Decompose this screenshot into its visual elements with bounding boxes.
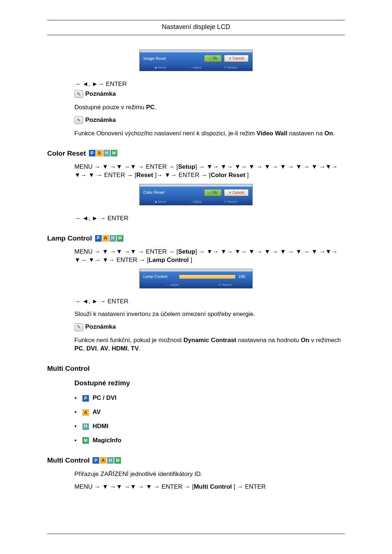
mode-tag-a: A (102, 235, 109, 242)
osd-label: Lamp Control (143, 274, 176, 279)
osd-cancel-button[interactable]: Cancel (224, 55, 249, 62)
osd-foot-move: ◆ Move (155, 65, 166, 70)
list-item: A AV (74, 408, 345, 416)
mode-tag-m: M (114, 457, 121, 464)
multi-control-description: Přiřazuje ZAŘÍZENÍ jednotlivé identifiká… (74, 470, 345, 479)
nav-sequence: → ◄, ► → ENTER (74, 214, 345, 223)
section-multi-control-detail: Multi Control P A H M (47, 456, 345, 465)
mode-tag-p: P (82, 395, 89, 402)
lamp-control-menu-path: MENU → ▼ →▼ →▼ → ENTER → [Setup] → ▼→ ▼→… (74, 248, 345, 264)
list-item: P PC / DVI (74, 394, 345, 402)
available-modes-heading: Dostupné režimy (74, 378, 345, 388)
osd-label: Image Reset (143, 56, 202, 61)
osd-image-reset: Image Reset Ok Cancel ◆ Move ↔ Adjust ↺ … (139, 50, 253, 71)
osd-foot-move: ◆ Move (155, 200, 166, 204)
osd-foot-return: ↺ Return (201, 283, 249, 287)
osd-foot-return: ↺ Return (224, 200, 238, 204)
mode-tag-h: H (82, 423, 89, 430)
mode-tag-h: H (103, 150, 110, 156)
osd-cancel-button[interactable]: Cancel (224, 189, 249, 196)
dynamic-contrast-note: Funkce není funkční, pokud je možnost Dy… (74, 336, 345, 353)
note-label: Poznámka (85, 323, 116, 331)
mode-tag-h: H (110, 235, 116, 242)
mode-tag-p: P (93, 457, 99, 464)
osd-foot-return: ↺ Return (224, 65, 238, 70)
note-label: Poznámka (85, 90, 116, 98)
multi-control-menu-path: MENU → ▼ →▼ →▼ → ▼ → ENTER → [Multi Cont… (74, 483, 345, 491)
section-lamp-control: Lamp Control P A H M (47, 234, 345, 243)
page-title: Nastavení displeje LCD (47, 22, 345, 31)
nav-sequence: → ◄, ►→ ENTER (74, 80, 345, 89)
mode-tag-p: P (95, 235, 102, 242)
mode-tag-a: A (96, 150, 103, 156)
note-icon: ✎ (74, 323, 83, 331)
section-multi-control: Multi Control (47, 364, 345, 373)
osd-label: Color Reset (143, 190, 202, 195)
osd-lamp-control: Lamp Control 100 ↔ Adjust ↺ Return (139, 269, 253, 288)
video-wall-note: Funkce Obnovení výchozího nastavení není… (74, 130, 345, 138)
lamp-value: 100 (238, 274, 249, 279)
list-item: H HDMI (74, 422, 345, 431)
osd-color-reset: Color Reset Ok Cancel ◆ Move ↔ Adjust ↺ … (139, 184, 253, 205)
mode-tag-m: M (111, 150, 117, 156)
note-icon: ✎ (74, 116, 83, 124)
section-color-reset: Color Reset P A H M (47, 149, 345, 158)
mode-tag-a: A (100, 457, 106, 464)
color-reset-menu-path: MENU → ▼ →▼ →▼ → ENTER → [Setup] → ▼→ ▼→… (74, 163, 345, 180)
note-icon: ✎ (74, 90, 83, 98)
osd-ok-button[interactable]: Ok (204, 189, 222, 196)
mode-tag-m: M (117, 235, 123, 242)
osd-ok-button[interactable]: Ok (204, 55, 222, 62)
list-item: M MagicInfo (74, 436, 345, 445)
mode-tag-p: P (89, 150, 95, 156)
osd-foot-adjust: ↔ Adjust (143, 283, 201, 287)
pc-only-text: Dostupné pouze v režimu PC. (74, 103, 345, 112)
lamp-slider[interactable] (179, 275, 236, 279)
mode-tag-h: H (107, 457, 114, 464)
mode-tag-m: M (82, 437, 89, 444)
lamp-description: Slouží k nastavení invertoru za účelem o… (74, 310, 345, 319)
nav-sequence: → ◄, ► → ENTER (74, 297, 345, 306)
osd-foot-adjust: ↔ Adjust (188, 65, 201, 70)
note-label: Poznámka (85, 116, 116, 124)
mode-tag-a: A (82, 409, 89, 416)
osd-foot-adjust: ↔ Adjust (188, 200, 201, 204)
mode-list: P PC / DVI A AV H HDMI M MagicInfo (74, 394, 345, 445)
